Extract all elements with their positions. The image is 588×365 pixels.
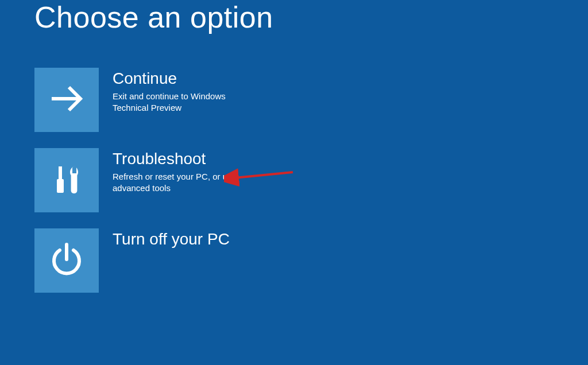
troubleshoot-description: Refresh or reset your PC, or use advance… bbox=[113, 171, 260, 195]
svg-rect-2 bbox=[57, 179, 64, 193]
turnoff-tile bbox=[34, 228, 99, 293]
troubleshoot-tile bbox=[34, 148, 99, 212]
troubleshoot-text: Troubleshoot Refresh or reset your PC, o… bbox=[99, 148, 260, 194]
page-title: Choose an option bbox=[0, 0, 588, 34]
option-turnoff[interactable]: Turn off your PC bbox=[34, 228, 287, 293]
continue-title: Continue bbox=[113, 69, 260, 88]
power-icon bbox=[46, 239, 87, 282]
continue-description: Exit and continue to Windows Technical P… bbox=[113, 91, 260, 114]
options-list: Continue Exit and continue to Windows Te… bbox=[0, 34, 588, 293]
troubleshoot-title: Troubleshoot bbox=[113, 149, 260, 169]
continue-text: Continue Exit and continue to Windows Te… bbox=[99, 68, 260, 114]
option-troubleshoot[interactable]: Troubleshoot Refresh or reset your PC, o… bbox=[34, 148, 287, 212]
turnoff-title: Turn off your PC bbox=[113, 230, 230, 249]
tools-icon bbox=[46, 158, 87, 202]
continue-tile bbox=[34, 68, 99, 132]
option-continue[interactable]: Continue Exit and continue to Windows Te… bbox=[34, 68, 287, 132]
svg-rect-1 bbox=[59, 166, 62, 179]
turnoff-text: Turn off your PC bbox=[99, 228, 230, 251]
arrow-right-icon bbox=[46, 78, 87, 122]
